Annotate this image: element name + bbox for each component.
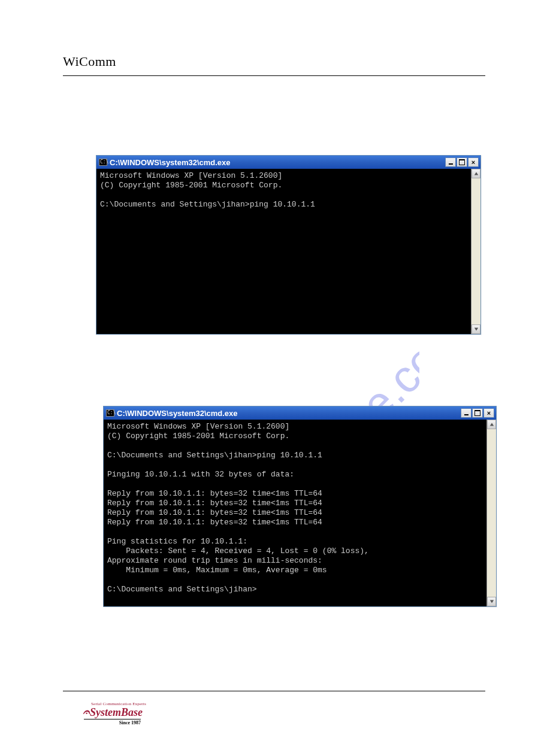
cmd-window-2: C:\ C:\WINDOWS\system32\cmd.exe × Micros…	[103, 406, 497, 607]
footer-brand: SystemBase	[90, 706, 143, 719]
footer-since: Since 1987	[84, 719, 141, 725]
scroll-up-button[interactable]	[471, 169, 480, 178]
cmd-icon: C:\	[106, 409, 114, 417]
window-controls: ×	[461, 408, 494, 418]
cmd-window-1: C:\ C:\WINDOWS\system32\cmd.exe × Micros…	[96, 155, 481, 335]
terminal-body: Microsoft Windows XP [Version 5.1.2600] …	[104, 420, 496, 606]
terminal-output[interactable]: Microsoft Windows XP [Version 5.1.2600] …	[104, 420, 486, 606]
footer-logo: Serial Communication Experts 𝄐 SystemBas…	[83, 702, 146, 725]
brand-logo: WiComm	[63, 54, 116, 69]
scroll-down-button[interactable]	[471, 324, 480, 334]
terminal-body: Microsoft Windows XP [Version 5.1.2600] …	[96, 169, 480, 334]
scrollbar[interactable]	[471, 169, 480, 334]
titlebar[interactable]: C:\ C:\WINDOWS\system32\cmd.exe ×	[104, 406, 496, 420]
footer-tagline: Serial Communication Experts	[91, 702, 146, 706]
window-controls: ×	[445, 157, 479, 167]
maximize-button[interactable]	[457, 157, 467, 167]
scroll-track[interactable]	[487, 429, 496, 597]
logo-slash-icon: 𝄐	[83, 705, 89, 719]
footer-rule	[63, 691, 485, 691]
scroll-track[interactable]	[471, 178, 480, 324]
minimize-button[interactable]	[461, 408, 471, 418]
close-button[interactable]: ×	[483, 408, 494, 418]
scroll-up-button[interactable]	[487, 420, 496, 429]
window-title: C:\WINDOWS\system32\cmd.exe	[117, 409, 458, 418]
cmd-icon: C:\	[99, 159, 107, 166]
terminal-output[interactable]: Microsoft Windows XP [Version 5.1.2600] …	[96, 169, 471, 334]
titlebar[interactable]: C:\ C:\WINDOWS\system32\cmd.exe ×	[96, 156, 480, 169]
minimize-button[interactable]	[445, 157, 456, 167]
scroll-down-button[interactable]	[487, 597, 496, 606]
window-title: C:\WINDOWS\system32\cmd.exe	[110, 158, 443, 167]
close-button[interactable]: ×	[468, 157, 479, 167]
scrollbar[interactable]	[486, 420, 496, 606]
maximize-button[interactable]	[472, 408, 483, 418]
page-header: WiComm	[63, 54, 485, 76]
